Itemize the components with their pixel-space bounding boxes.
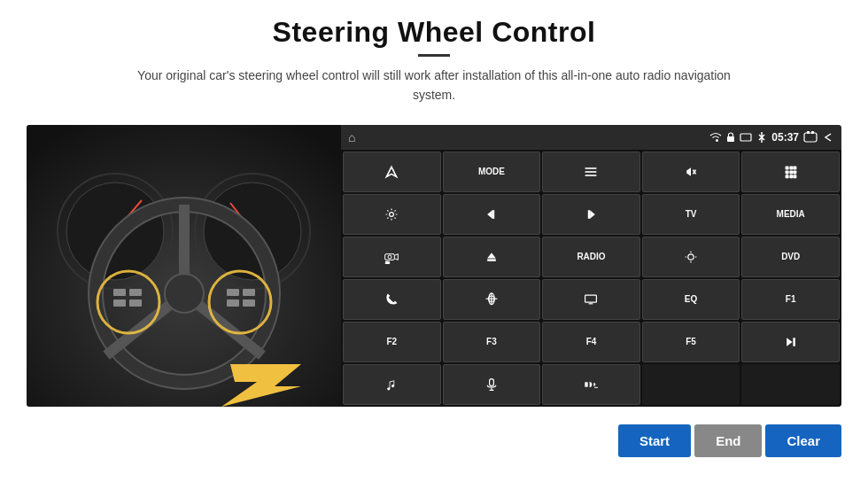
svg-marker-30 [387,167,397,176]
f3-btn[interactable]: F3 [443,322,541,362]
svg-rect-17 [113,299,126,307]
phone-btn[interactable] [343,279,441,320]
svg-rect-44 [789,175,793,178]
brightness-btn[interactable] [642,237,740,277]
svg-rect-48 [492,210,494,219]
status-bar: ⌂ 05:37 [341,125,841,150]
clock: 05:37 [771,131,799,144]
svg-rect-37 [785,166,788,169]
svg-point-46 [390,212,394,216]
svg-rect-28 [807,131,810,134]
nav-btn[interactable] [343,152,441,192]
svg-rect-50 [588,210,590,219]
clear-button[interactable]: Clear [765,424,841,457]
svg-rect-25 [727,136,734,142]
end-button[interactable]: End [694,424,762,457]
back-icon [822,131,834,144]
svg-rect-26 [740,134,751,141]
f5-btn[interactable]: F5 [642,322,740,362]
list-btn[interactable] [542,152,640,192]
svg-point-13 [165,274,204,313]
svg-marker-47 [487,210,492,219]
svg-rect-43 [785,175,788,178]
svg-rect-22 [243,289,255,296]
mode-btn[interactable]: MODE [443,152,541,192]
svg-rect-32 [585,171,597,173]
settings-btn[interactable] [343,194,441,235]
svg-rect-31 [585,167,597,169]
svg-rect-16 [113,289,126,296]
eq-btn[interactable]: EQ [642,279,740,320]
bottom-buttons: Start End Clear [27,417,841,457]
vol-call-btn[interactable] [542,364,640,405]
card-icon [740,132,752,143]
svg-point-56 [688,254,694,260]
next-btn[interactable] [542,194,640,235]
svg-point-52 [388,255,391,259]
steering-wheel-image [27,125,341,407]
svg-rect-67 [793,338,794,346]
svg-rect-29 [811,131,814,134]
title-section: Steering Wheel Control Your original car… [124,16,744,118]
mute-btn[interactable] [642,152,740,192]
prev-btn[interactable] [443,194,541,235]
playpause-btn[interactable] [741,322,840,362]
svg-marker-34 [686,167,691,176]
svg-rect-20 [227,289,239,296]
start-button[interactable]: Start [618,424,691,457]
apps-btn[interactable] [741,152,840,192]
svg-rect-42 [793,170,796,174]
svg-marker-71 [585,382,588,386]
lock-icon [726,132,735,143]
f4-btn[interactable]: F4 [542,322,640,362]
bluetooth-icon [756,131,767,144]
page-container: Steering Wheel Control Your original car… [0,0,868,482]
svg-rect-38 [789,166,793,169]
media-btn[interactable]: MEDIA [741,194,840,235]
f1-btn[interactable]: F1 [741,279,840,320]
svg-text:360: 360 [386,261,391,264]
mic-btn[interactable] [443,364,541,405]
tv-btn[interactable]: TV [642,194,740,235]
eject-btn[interactable] [443,237,541,277]
page-title: Steering Wheel Control [124,16,744,49]
screenshot-icon [803,131,818,144]
svg-rect-18 [129,289,142,296]
status-left: ⌂ [348,130,355,144]
svg-marker-66 [787,338,792,346]
svg-marker-54 [487,253,496,258]
empty-btn-1 [642,364,740,405]
svg-rect-55 [487,259,496,260]
radio-btn[interactable]: RADIO [542,237,640,277]
svg-rect-33 [585,175,597,176]
dvd-btn[interactable]: DVD [741,237,840,277]
wifi-icon [709,132,722,143]
svg-rect-40 [785,170,788,174]
head-unit-panel: ⌂ 05:37 [341,125,841,407]
svg-rect-45 [793,175,796,178]
steering-wheel-svg [27,125,341,407]
svg-marker-49 [591,210,596,219]
button-grid: MODE TV [341,150,841,407]
svg-rect-68 [489,378,493,385]
maps-btn[interactable] [443,279,541,320]
svg-rect-41 [789,170,793,174]
empty-btn-2 [741,364,840,405]
svg-rect-64 [585,295,597,302]
svg-rect-19 [129,299,142,307]
svg-rect-23 [243,299,255,307]
display-btn[interactable] [542,279,640,320]
title-divider [418,54,450,57]
svg-rect-27 [804,133,817,142]
svg-rect-21 [227,299,239,307]
music-btn[interactable] [343,364,441,405]
cam360-btn[interactable]: 360 [343,237,441,277]
home-icon[interactable]: ⌂ [348,130,355,144]
content-row: ⌂ 05:37 [27,125,841,417]
f2-btn[interactable]: F2 [343,322,441,362]
subtitle: Your original car's steering wheel contr… [124,66,744,105]
status-right: 05:37 [709,131,834,144]
svg-rect-39 [793,166,796,169]
